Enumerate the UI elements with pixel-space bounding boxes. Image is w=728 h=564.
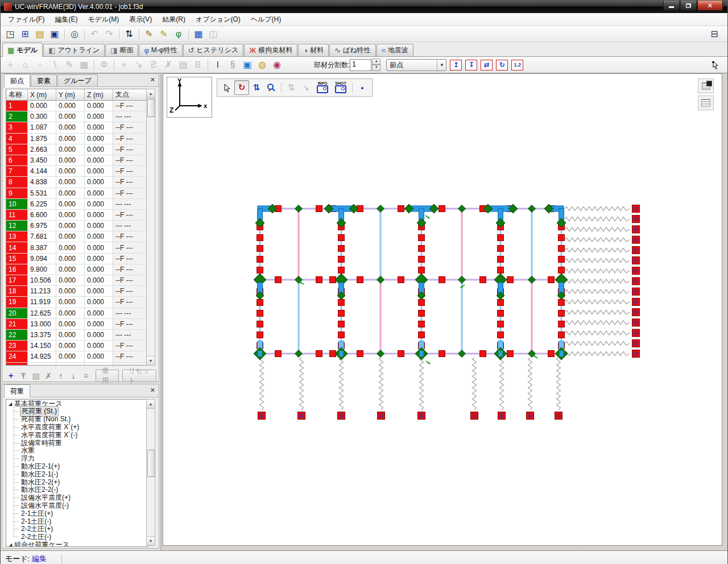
node-y-cell[interactable]: 0.000 [56, 221, 85, 231]
table-row[interactable]: 74.1440.0000.000--F --- [6, 166, 147, 177]
tab-要素[interactable]: 要素 [31, 74, 57, 86]
node-z-cell[interactable]: 0.000 [85, 177, 113, 188]
close-button[interactable]: ✕ [697, 1, 723, 11]
table-row[interactable]: 1911.9190.0000.000--F --- [6, 297, 147, 308]
pick-cursor-icon[interactable] [708, 58, 723, 72]
tab-グループ[interactable]: グループ [57, 74, 98, 86]
tab-材料[interactable]: ◑材料 [298, 44, 329, 56]
node-y-cell[interactable]: 0.000 [56, 330, 85, 341]
menu-item-3[interactable]: 表示(V) [124, 13, 157, 26]
node-support-cell[interactable]: --F --- [113, 286, 147, 297]
node-x-cell[interactable]: 13.375 [28, 330, 56, 341]
node-y-cell[interactable]: 0.000 [56, 231, 85, 242]
node-x-cell[interactable]: 6.225 [28, 199, 56, 210]
node-y-cell[interactable]: 0.000 [56, 254, 85, 264]
new-model-icon[interactable]: ◳ [3, 27, 18, 41]
node-z-cell[interactable]: 0.000 [85, 242, 113, 253]
chevron-down-icon[interactable]: ▼ [437, 60, 446, 70]
node-support-cell[interactable]: --F --- [113, 134, 147, 144]
table-row[interactable]: 84.8380.0000.000--F --- [6, 177, 147, 188]
node-name-cell[interactable]: 19 [6, 297, 28, 308]
tab-ヒステリシス[interactable]: ↺ヒステリシス [183, 44, 244, 56]
node-support-cell[interactable]: --F --- [113, 297, 147, 308]
node-y-cell[interactable]: 0.000 [56, 210, 85, 221]
node-support-cell[interactable]: --- --- [113, 308, 147, 319]
node-name-cell[interactable]: 22 [6, 330, 28, 341]
load-panel-close-icon[interactable]: ✕ [150, 387, 155, 394]
move-down-icon[interactable]: ↓ [67, 370, 80, 381]
load-tree-scrollbar[interactable]: ▲ ▼ [146, 399, 155, 546]
node-z-cell[interactable]: 0.000 [85, 308, 113, 319]
column-header-2[interactable]: Y (m) [56, 89, 85, 101]
ij-direction-icon[interactable]: ⇅ [122, 27, 136, 41]
move-up-icon[interactable]: ↑ [55, 370, 67, 381]
node-y-cell[interactable]: 0.000 [56, 264, 85, 275]
node-support-cell[interactable]: --F --- [113, 122, 147, 133]
table-row[interactable]: 52.6630.0000.000--F --- [6, 144, 147, 155]
scrollbar-thumb[interactable] [147, 450, 155, 477]
node-x-cell[interactable]: 0.000 [28, 101, 56, 111]
info-cursor-icon[interactable]: ◍ [255, 58, 270, 72]
taper-section-icon[interactable]: § [225, 58, 240, 72]
node-name-cell[interactable]: 7 [6, 166, 28, 177]
node-x-cell[interactable]: 0.300 [28, 111, 56, 122]
node-support-cell[interactable]: --- --- [113, 111, 147, 122]
node-x-cell[interactable]: 9.800 [28, 264, 56, 275]
rotate-view-button[interactable]: ↻ [234, 80, 249, 95]
node-z-cell[interactable]: 0.000 [85, 231, 113, 242]
node-y-cell[interactable]: 0.000 [56, 155, 85, 166]
table-row[interactable]: 41.8750.0000.000--F --- [6, 134, 147, 144]
info-snapshot-button[interactable]: INFO [313, 80, 332, 95]
minimize-button[interactable] [663, 1, 680, 11]
node-y-cell[interactable]: 0.000 [56, 341, 85, 351]
node-name-cell[interactable]: 21 [6, 319, 28, 330]
node-y-cell[interactable]: 0.000 [56, 122, 85, 133]
scrollbar-thumb[interactable] [147, 99, 155, 117]
node-y-cell[interactable]: 0.000 [56, 166, 85, 177]
i-section-icon[interactable]: Ｉ [210, 58, 225, 72]
node-name-cell[interactable]: 8 [6, 177, 28, 188]
zoom-view-button[interactable] [264, 80, 279, 95]
node-z-cell[interactable]: 0.000 [85, 144, 113, 155]
tab-ばね特性[interactable]: ∿ばね特性 [329, 44, 375, 56]
node-support-cell[interactable]: --- --- [113, 330, 147, 341]
node-support-cell[interactable]: --F --- [113, 101, 147, 111]
node-name-cell[interactable]: 9 [6, 188, 28, 199]
node-support-cell[interactable]: --F --- [113, 144, 147, 155]
node-x-cell[interactable]: 14.925 [28, 351, 56, 362]
column-header-3[interactable]: Z (m) [85, 89, 113, 101]
open-file-icon[interactable]: ▤ [32, 27, 47, 41]
node-z-cell[interactable]: 0.000 [85, 341, 113, 351]
node-name-cell[interactable]: 5 [6, 144, 28, 155]
save-image-button[interactable] [698, 78, 714, 93]
reset-button[interactable]: リセット [122, 370, 156, 382]
node-support-cell[interactable]: --F --- [113, 231, 147, 242]
node-y-cell[interactable]: 0.000 [56, 275, 85, 286]
node-name-cell[interactable]: 10 [6, 199, 28, 210]
node-z-cell[interactable]: 0.000 [85, 363, 113, 366]
tab-モデル[interactable]: ▦モデル [2, 43, 43, 57]
column-header-0[interactable]: 名称 [6, 89, 28, 101]
table-row[interactable]: 2414.9250.0000.000--F --- [6, 351, 147, 362]
table-row[interactable]: 159.0940.0000.000--F --- [6, 254, 147, 264]
scroll-up-icon[interactable]: ▲ [147, 89, 155, 98]
node-name-cell[interactable]: 11 [6, 210, 28, 221]
node-x-cell[interactable]: 4.144 [28, 166, 56, 177]
node-z-cell[interactable]: 0.000 [85, 275, 113, 286]
spin-down-icon[interactable]: ▼ [372, 65, 380, 71]
number-up-icon[interactable]: ↥ [450, 60, 462, 70]
table-row[interactable]: 10.0000.0000.000--F --- [6, 101, 147, 111]
node-z-cell[interactable]: 0.000 [85, 166, 113, 177]
save-file-icon[interactable]: ▣ [47, 27, 62, 41]
node-x-cell[interactable]: 4.838 [28, 177, 56, 188]
node-name-cell[interactable]: 20 [6, 308, 28, 319]
node-support-cell[interactable]: --F --- [113, 166, 147, 177]
copy-row-icon[interactable]: ▤ [30, 370, 42, 381]
number-down-icon[interactable]: ↧ [465, 60, 477, 70]
renumber-12-icon[interactable]: 1.2 [511, 60, 523, 70]
node-support-cell[interactable]: --F --- [113, 363, 147, 366]
model-canvas[interactable]: Y x Z ↻ ⇅ ⇅ ↘ INFO [163, 73, 722, 546]
node-name-cell[interactable]: 23 [6, 341, 28, 351]
node-y-cell[interactable]: 0.000 [56, 199, 85, 210]
node-z-cell[interactable]: 0.000 [85, 188, 113, 199]
